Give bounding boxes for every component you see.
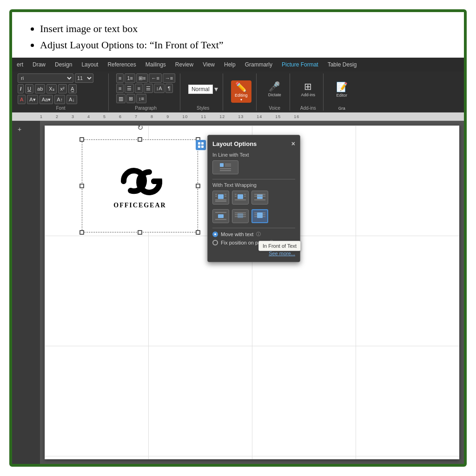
font-color-button[interactable]: A▾ <box>27 95 38 104</box>
layout-icon-svg <box>198 142 204 148</box>
tab-draw[interactable]: Draw <box>28 58 50 72</box>
ribbon-tabs: ert Draw Design Layout References Mailin… <box>12 58 464 72</box>
panel-title: Layout Options <box>212 140 257 147</box>
doc-page: ↻ OfficeGear <box>45 126 459 459</box>
tab-ert[interactable]: ert <box>12 58 28 72</box>
font-size-select[interactable]: 11 <box>75 73 93 83</box>
tab-layout[interactable]: Layout <box>77 58 103 72</box>
tab-table-design[interactable]: Table Desig <box>323 58 362 72</box>
wrap-square-option[interactable] <box>212 191 229 205</box>
addins-label: Add-ins <box>301 93 315 97</box>
svg-rect-17 <box>238 194 243 199</box>
selected-image-box[interactable]: ↻ OfficeGear <box>82 139 198 232</box>
highlight-button[interactable]: A <box>18 95 26 104</box>
ruler-marks: 1 2 3 4 5 6 7 8 9 10 11 12 13 14 15 16 <box>40 114 299 119</box>
align-right[interactable]: ≡ <box>135 84 142 93</box>
tab-help[interactable]: Help <box>219 58 240 72</box>
handle-bot-right[interactable] <box>196 230 200 235</box>
numbering-button[interactable]: 1≡ <box>125 73 135 83</box>
move-with-text-option[interactable]: Move with text ⓘ <box>212 231 295 238</box>
svg-rect-33 <box>238 213 243 218</box>
rotate-handle[interactable]: ↻ <box>137 123 143 132</box>
dictate-label: Dictate <box>268 93 281 97</box>
styles-dropdown[interactable]: ▾ <box>214 85 218 93</box>
wrap-top-bottom-option[interactable] <box>212 209 229 223</box>
tab-review[interactable]: Review <box>171 58 198 72</box>
font-shrink-button[interactable]: A↓ <box>66 95 77 104</box>
svg-rect-10 <box>218 194 224 199</box>
indent-increase[interactable]: →≡ <box>163 73 175 83</box>
see-more-link[interactable]: See more... <box>269 251 295 256</box>
styles-group-label: Styles <box>197 106 209 111</box>
inline-text-option[interactable] <box>212 160 238 174</box>
tab-view[interactable]: View <box>198 58 219 72</box>
handle-top-mid[interactable] <box>138 137 142 142</box>
move-with-text-radio[interactable] <box>212 231 218 237</box>
align-center[interactable]: ☰ <box>125 84 134 93</box>
editor-group-label: Gra <box>338 106 345 111</box>
svg-rect-2 <box>198 145 200 148</box>
addins-button[interactable]: ⊞ Add-ins <box>299 80 317 98</box>
indent-decrease[interactable]: ←≡ <box>149 73 161 83</box>
tab-mailings[interactable]: Mailings <box>141 58 171 72</box>
instructions-list: Insert image or text box Adjust Layout O… <box>26 20 450 53</box>
layout-options-icon[interactable] <box>196 140 206 150</box>
dictate-button[interactable]: 🎤 Dictate <box>266 80 283 98</box>
show-hide[interactable]: ¶ <box>165 84 173 93</box>
align-left[interactable]: ≡ <box>116 84 124 93</box>
selection-handles: ↻ <box>79 137 200 235</box>
instruction-item-2: Adjust Layout Options to: “In Front of T… <box>40 37 450 53</box>
sort-button[interactable]: ↕A <box>154 84 165 93</box>
shading-button[interactable]: ▥ <box>116 94 126 103</box>
handle-top-left[interactable] <box>79 137 84 142</box>
font-grow-button[interactable]: A↑ <box>54 95 65 104</box>
handle-mid-left[interactable] <box>79 184 84 188</box>
editor-button[interactable]: 📝 Editor <box>333 80 350 99</box>
wrap-tight-option[interactable] <box>232 191 249 205</box>
fix-position-radio[interactable] <box>212 240 218 245</box>
svg-rect-1 <box>198 142 200 145</box>
multilevel-button[interactable]: ⊞≡ <box>136 73 148 83</box>
move-info-icon[interactable]: ⓘ <box>256 231 261 238</box>
font-row2: I U ab X₂ x² A̲ <box>18 84 93 93</box>
handle-bot-left[interactable] <box>79 230 84 235</box>
font-area: ri 11 I U ab X₂ x² A̲ <box>18 73 93 104</box>
superscript-button[interactable]: x² <box>58 84 67 93</box>
tab-picture-format[interactable]: Picture Format <box>277 58 323 72</box>
dictate-icon: 🎤 <box>269 81 280 92</box>
tab-grammarly[interactable]: Grammarly <box>240 58 277 72</box>
clear-format-button[interactable]: A̲ <box>68 84 77 93</box>
ruler: 1 2 3 4 5 6 7 8 9 10 11 12 13 14 15 16 <box>12 112 464 121</box>
tab-references[interactable]: References <box>103 58 140 72</box>
svg-rect-23 <box>257 194 263 199</box>
ribbon-group-paragraph: ≡ 1≡ ⊞≡ ←≡ →≡ ≡ ☰ ≡ ☰ ↕A ¶ <box>114 73 180 111</box>
editing-button[interactable]: ✏️ Editing ▾ <box>231 80 251 103</box>
handle-mid-right[interactable] <box>196 184 200 188</box>
addins-group-label: Add-ins <box>300 106 316 111</box>
font-row1: ri 11 <box>18 73 93 83</box>
panel-close-button[interactable]: × <box>291 140 295 147</box>
bullets-button[interactable]: ≡ <box>116 73 124 83</box>
strikethrough-button[interactable]: ab <box>35 84 45 93</box>
editor-icon: 📝 <box>336 81 348 93</box>
panel-divider-2 <box>212 228 295 228</box>
font-group-label: Font <box>56 106 65 111</box>
justify[interactable]: ☰ <box>144 84 153 93</box>
tab-design[interactable]: Design <box>50 58 77 72</box>
font-name-select[interactable]: ri <box>18 73 73 83</box>
borders-button[interactable]: ⊞ <box>126 94 135 103</box>
underline-button[interactable]: U <box>25 84 33 93</box>
addins-icon: ⊞ <box>304 81 312 92</box>
font-size-increase[interactable]: Aa▾ <box>40 95 53 104</box>
svg-rect-27 <box>218 214 224 218</box>
wrap-behind-text-option[interactable] <box>232 209 249 223</box>
wrap-through-option[interactable] <box>251 191 268 205</box>
ribbon-group-addins: ⊞ Add-ins Add-ins <box>296 73 324 111</box>
handle-bot-mid[interactable] <box>138 230 142 235</box>
line-spacing[interactable]: ↕≡ <box>136 94 146 103</box>
in-front-tooltip: In Front of Text <box>258 241 301 251</box>
subscript-button[interactable]: X₂ <box>46 84 56 93</box>
wrap-in-front-option[interactable] <box>251 209 268 223</box>
ribbon-group-styles: Normal ▾ Styles <box>186 73 223 111</box>
bold-button[interactable]: I <box>18 84 24 93</box>
